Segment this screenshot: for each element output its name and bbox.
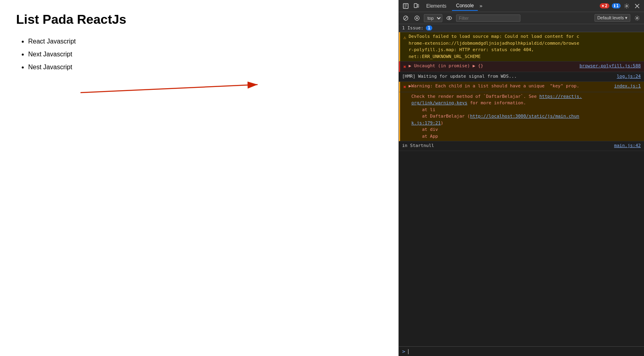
page-content: List Pada ReactJs React Javascript Next … <box>0 0 398 356</box>
console-cursor[interactable]: | <box>407 349 410 354</box>
svg-point-14 <box>636 17 638 19</box>
key-warning-text: ▶Warning: Each child in a list should ha… <box>409 83 608 90</box>
device-toolbar-button[interactable] <box>412 2 421 10</box>
issues-badge: 1 <box>426 25 432 31</box>
error-icon-2: ✖ <box>403 83 406 91</box>
startnull-source[interactable]: main.js:42 <box>610 143 641 149</box>
startnull-text: in Startnull <box>402 143 608 149</box>
svg-line-1 <box>80 85 258 93</box>
clear-console-button[interactable] <box>401 14 410 23</box>
warning-icon: ⚠ <box>403 34 406 41</box>
page-title: List Pada ReactJs <box>16 12 382 27</box>
more-tabs-icon[interactable]: » <box>479 3 483 9</box>
console-input-row: > | <box>399 346 644 356</box>
svg-point-5 <box>626 5 627 7</box>
inspect-element-button[interactable] <box>401 2 410 10</box>
top-context-select[interactable]: top <box>424 14 442 22</box>
console-entry-uncaught: ✖ ▶ Uncaught (in promise) ▶ {} browser-p… <box>399 62 644 72</box>
console-prompt: > <box>402 348 405 354</box>
preserve-log-button[interactable] <box>413 14 421 23</box>
tab-console[interactable]: Console <box>452 1 478 11</box>
console-entry-sourcemap-warning: ⚠ DevTools failed to load source map: Co… <box>399 32 644 62</box>
daftarbelajar-link[interactable]: http://localhost:3000/static/js/main.chu… <box>411 114 579 126</box>
list-item: Nest Javascript <box>28 61 382 74</box>
svg-point-13 <box>448 17 450 19</box>
uncaught-error-text: ▶ Uncaught (in promise) ▶ {} <box>409 63 573 70</box>
issues-bar-text: 1 Issue: <box>402 25 423 31</box>
svg-rect-3 <box>414 4 417 8</box>
list-item: Next Javascript <box>28 48 382 61</box>
close-devtools-button[interactable] <box>633 2 642 10</box>
hmr-text: [HMR] Waiting for update signal from WDS… <box>402 73 610 80</box>
console-output[interactable]: ⚠ DevTools failed to load source map: Co… <box>399 32 644 346</box>
key-detail-text: Check the render method of `DaftarBelaja… <box>411 93 582 140</box>
issues-bar: 1 Issue: 1 <box>399 24 644 32</box>
sourcemap-warning-text: DevTools failed to load source map: Coul… <box>409 33 641 60</box>
tab-elements[interactable]: Elements <box>422 2 450 10</box>
settings-button[interactable] <box>622 2 631 10</box>
console-settings-button[interactable] <box>633 14 642 23</box>
error-icon: ✖ <box>403 63 406 70</box>
console-filter-input[interactable] <box>456 14 520 22</box>
error-badge: ✖2 <box>600 3 609 8</box>
devtools-panel: Elements Console » ✖2 ℹ1 <box>398 0 644 356</box>
key-warning-source[interactable]: index.js:1 <box>610 83 641 90</box>
console-entry-hmr: [HMR] Waiting for update signal from WDS… <box>399 72 644 82</box>
console-entry-key-warning: ✖ ▶Warning: Each child in a list should … <box>399 82 644 92</box>
svg-point-11 <box>416 17 418 19</box>
uncaught-error-source[interactable]: browser-polyfill.js:588 <box>576 63 641 70</box>
devtools-second-toolbar: top Default levels ▾ <box>399 12 644 24</box>
default-levels-button[interactable]: Default levels ▾ <box>594 14 630 22</box>
console-entry-startnull: in Startnull main.js:42 <box>399 141 644 151</box>
list-item: React Javascript <box>28 35 382 48</box>
console-entry-key-detail: Check the render method of `DaftarBelaja… <box>399 92 644 142</box>
devtools-top-toolbar: Elements Console » ✖2 ℹ1 <box>399 0 644 12</box>
hmr-source[interactable]: log.js:24 <box>613 73 641 80</box>
info-badge: ℹ1 <box>612 3 621 8</box>
eye-icon-button[interactable] <box>445 14 454 23</box>
svg-rect-4 <box>417 4 419 7</box>
svg-line-9 <box>404 17 407 20</box>
reactjs-link[interactable]: https://reactjs. org/link/warning-keys <box>411 94 582 106</box>
page-list: React Javascript Next Javascript Nest Ja… <box>16 35 382 74</box>
